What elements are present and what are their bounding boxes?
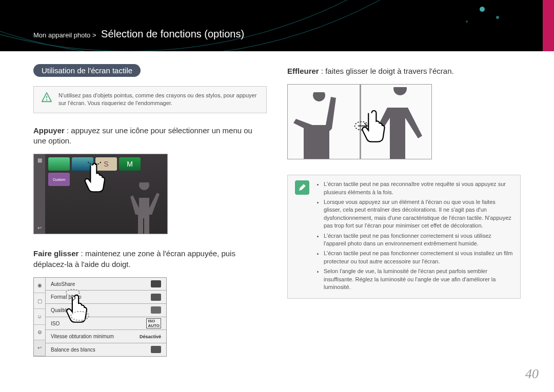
note-item: Lorsque vous appuyez sur un élément à l'… [324, 198, 513, 230]
gear-icon: ⚙ [34, 325, 45, 341]
figure-effleurer [287, 84, 432, 159]
hand-swipe-icon [352, 108, 391, 149]
back-icon: ↩ [34, 340, 45, 356]
wb-indicator [151, 346, 161, 353]
svg-point-3 [480, 7, 485, 12]
note-item: L'écran tactile peut ne pas fonctionner … [324, 250, 513, 265]
effleurer-label: Effleurer [287, 67, 319, 75]
appuyer-text: : appuyez sur une icône pour sélectionne… [33, 126, 252, 145]
silhouette-left-icon [291, 92, 352, 159]
shutter-value: Désactivé [140, 334, 161, 339]
back-icon: ↩ [37, 225, 42, 231]
header-decoration [0, 0, 554, 51]
hand-tap-icon [82, 162, 110, 193]
magenta-accent [543, 0, 554, 51]
hand-drag-icon [63, 289, 91, 325]
appuyer-label: Appuyer [33, 126, 65, 135]
svg-point-4 [496, 16, 499, 19]
appuyer-paragraph: Appuyer : appuyez sur une icône pour sél… [33, 126, 267, 147]
note-box: L'écran tactile peut ne pas reconnaître … [287, 175, 521, 299]
camera-icon: ◉ [34, 278, 45, 294]
user-icon: ☺ [34, 309, 45, 325]
left-column: Utilisation de l'écran tactile N'utilise… [33, 64, 267, 357]
section-pill: Utilisation de l'écran tactile [33, 64, 141, 77]
quality-indicator [151, 306, 161, 314]
figure-sidebar: ▦ ↩ [34, 154, 45, 234]
glisser-paragraph: Faire glisser : maintenez une zone à l'é… [33, 249, 267, 270]
note-icon [295, 180, 309, 195]
breadcrumb: Mon appareil photo > Sélection de foncti… [33, 28, 244, 40]
note-item: L'écran tactile peut ne pas fonctionner … [324, 232, 513, 248]
settings-list: AutoShare Format photo Qualité ISOISOAUT… [46, 278, 166, 356]
page-header: Mon appareil photo > Sélection de foncti… [0, 0, 554, 51]
effleurer-paragraph: Effleurer : faites glisser le doigt à tr… [287, 66, 521, 76]
svg-point-5 [466, 20, 468, 23]
right-column: Effleurer : faites glisser le doigt à tr… [287, 64, 521, 357]
toggle-indicator [151, 280, 161, 287]
figure-appuyer: ▦ ↩ S M Custom [33, 154, 168, 234]
grid-icon: ▦ [37, 157, 42, 163]
glisser-label: Faire glisser [33, 249, 78, 258]
size-indicator [151, 294, 161, 301]
note-list: L'écran tactile peut ne pas reconnaître … [315, 180, 513, 293]
silhouette-icon [126, 182, 162, 234]
figure-glisser-sidebar: ◉ ▢ ☺ ⚙ ↩ [34, 278, 46, 356]
svg-rect-0 [0, 0, 554, 51]
page-title: Sélection de fonctions (options) [101, 28, 244, 39]
note-item: Selon l'angle de vue, la luminosité de l… [324, 267, 513, 291]
svg-point-8 [46, 99, 47, 100]
warning-text: N'utilisez pas d'objets pointus, comme d… [58, 92, 259, 108]
warning-icon [41, 92, 52, 103]
note-item: L'écran tactile peut ne pas reconnaître … [324, 180, 513, 196]
breadcrumb-prefix: Mon appareil photo > [33, 31, 96, 39]
list-item: Balance des blancs [46, 343, 166, 356]
video-icon: ▢ [34, 293, 45, 309]
warning-box: N'utilisez pas d'objets pointus, comme d… [33, 86, 267, 113]
iso-indicator: ISOAUTO [146, 318, 161, 328]
page-number: 40 [525, 366, 539, 382]
figure-glisser: ◉ ▢ ☺ ⚙ ↩ AutoShare Format photo Qualité… [33, 277, 167, 357]
page-content: Utilisation de l'écran tactile N'utilise… [0, 51, 554, 357]
effleurer-text: : faites glisser le doigt à travers l'éc… [319, 67, 454, 75]
list-item: Vitesse obturation minimumDésactivé [46, 330, 166, 343]
